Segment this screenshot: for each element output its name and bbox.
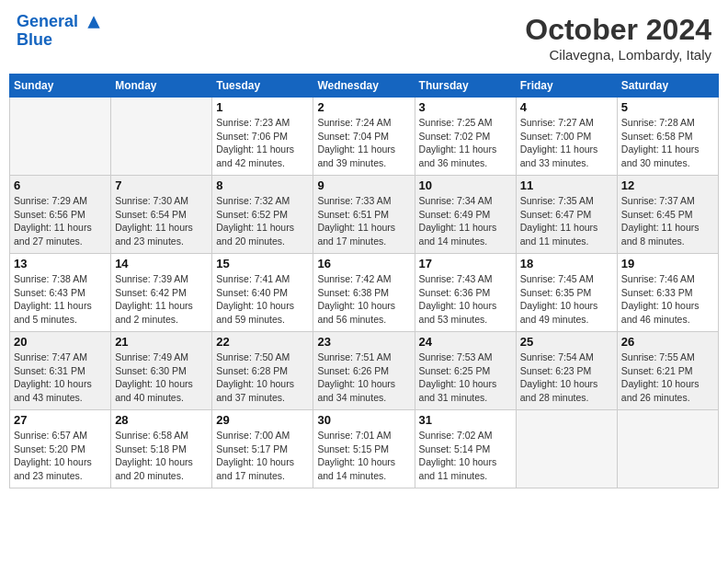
day-number: 22 bbox=[216, 335, 309, 349]
day-info: Sunrise: 7:29 AMSunset: 6:56 PMDaylight:… bbox=[14, 194, 107, 248]
day-number: 5 bbox=[621, 100, 714, 114]
day-info: Sunrise: 7:42 AMSunset: 6:38 PMDaylight:… bbox=[317, 272, 410, 327]
day-info: Sunrise: 7:24 AMSunset: 7:04 PMDaylight:… bbox=[317, 116, 410, 170]
day-number: 10 bbox=[419, 178, 512, 192]
day-number: 9 bbox=[317, 178, 410, 192]
calendar-cell: 20Sunrise: 7:47 AMSunset: 6:31 PMDayligh… bbox=[10, 332, 111, 410]
month-title: October 2024 bbox=[525, 13, 711, 47]
calendar-cell bbox=[617, 410, 718, 488]
day-number: 23 bbox=[317, 335, 410, 349]
svg-marker-0 bbox=[87, 17, 99, 29]
logo: General Blue bbox=[17, 13, 103, 50]
location: Cilavegna, Lombardy, Italy bbox=[525, 47, 711, 63]
calendar-cell: 7Sunrise: 7:30 AMSunset: 6:54 PMDaylight… bbox=[111, 176, 212, 254]
calendar-row: 20Sunrise: 7:47 AMSunset: 6:31 PMDayligh… bbox=[10, 332, 719, 410]
calendar-cell: 12Sunrise: 7:37 AMSunset: 6:45 PMDayligh… bbox=[617, 176, 718, 254]
day-number: 24 bbox=[419, 335, 512, 349]
calendar-cell: 29Sunrise: 7:00 AMSunset: 5:17 PMDayligh… bbox=[212, 410, 313, 488]
logo-text: General Blue bbox=[17, 13, 103, 50]
day-info: Sunrise: 7:35 AMSunset: 6:47 PMDaylight:… bbox=[520, 194, 613, 248]
day-info: Sunrise: 7:23 AMSunset: 7:06 PMDaylight:… bbox=[216, 116, 309, 170]
calendar-row: 6Sunrise: 7:29 AMSunset: 6:56 PMDaylight… bbox=[10, 176, 719, 254]
calendar-row: 27Sunrise: 6:57 AMSunset: 5:20 PMDayligh… bbox=[10, 410, 719, 488]
calendar-cell: 27Sunrise: 6:57 AMSunset: 5:20 PMDayligh… bbox=[10, 410, 111, 488]
day-info: Sunrise: 7:01 AMSunset: 5:15 PMDaylight:… bbox=[317, 429, 410, 483]
calendar-cell: 8Sunrise: 7:32 AMSunset: 6:52 PMDaylight… bbox=[212, 176, 313, 254]
weekday-header: Thursday bbox=[415, 75, 516, 98]
day-number: 4 bbox=[520, 100, 613, 114]
day-number: 7 bbox=[115, 178, 208, 192]
calendar-cell: 15Sunrise: 7:41 AMSunset: 6:40 PMDayligh… bbox=[212, 254, 313, 332]
calendar-cell: 14Sunrise: 7:39 AMSunset: 6:42 PMDayligh… bbox=[111, 254, 212, 332]
calendar-cell: 19Sunrise: 7:46 AMSunset: 6:33 PMDayligh… bbox=[617, 254, 718, 332]
calendar-cell: 18Sunrise: 7:45 AMSunset: 6:35 PMDayligh… bbox=[516, 254, 617, 332]
calendar-header: SundayMondayTuesdayWednesdayThursdayFrid… bbox=[10, 75, 719, 98]
day-number: 11 bbox=[520, 178, 613, 192]
calendar-cell: 1Sunrise: 7:23 AMSunset: 7:06 PMDaylight… bbox=[212, 98, 313, 176]
day-info: Sunrise: 7:54 AMSunset: 6:23 PMDaylight:… bbox=[520, 350, 613, 405]
weekday-header: Tuesday bbox=[212, 75, 313, 98]
title-block: October 2024 Cilavegna, Lombardy, Italy bbox=[525, 13, 711, 63]
day-info: Sunrise: 7:49 AMSunset: 6:30 PMDaylight:… bbox=[115, 350, 208, 405]
day-info: Sunrise: 7:28 AMSunset: 6:58 PMDaylight:… bbox=[621, 116, 714, 170]
day-number: 14 bbox=[115, 257, 208, 270]
day-info: Sunrise: 7:02 AMSunset: 5:14 PMDaylight:… bbox=[419, 429, 512, 483]
weekday-row: SundayMondayTuesdayWednesdayThursdayFrid… bbox=[10, 75, 719, 98]
calendar-cell: 2Sunrise: 7:24 AMSunset: 7:04 PMDaylight… bbox=[313, 98, 415, 176]
calendar-cell: 17Sunrise: 7:43 AMSunset: 6:36 PMDayligh… bbox=[415, 254, 516, 332]
day-info: Sunrise: 7:30 AMSunset: 6:54 PMDaylight:… bbox=[115, 194, 208, 248]
day-info: Sunrise: 7:00 AMSunset: 5:17 PMDaylight:… bbox=[216, 429, 309, 483]
calendar-cell bbox=[10, 98, 111, 176]
day-info: Sunrise: 7:55 AMSunset: 6:21 PMDaylight:… bbox=[621, 350, 714, 405]
calendar-cell: 9Sunrise: 7:33 AMSunset: 6:51 PMDaylight… bbox=[313, 176, 415, 254]
day-info: Sunrise: 7:46 AMSunset: 6:33 PMDaylight:… bbox=[621, 272, 714, 327]
day-number: 21 bbox=[115, 335, 208, 349]
calendar-cell: 10Sunrise: 7:34 AMSunset: 6:49 PMDayligh… bbox=[415, 176, 516, 254]
logo-icon bbox=[85, 13, 103, 31]
day-number: 15 bbox=[216, 257, 309, 270]
day-info: Sunrise: 7:45 AMSunset: 6:35 PMDaylight:… bbox=[520, 272, 613, 327]
day-number: 6 bbox=[14, 178, 107, 192]
calendar-body: 1Sunrise: 7:23 AMSunset: 7:06 PMDaylight… bbox=[10, 98, 719, 488]
calendar-cell: 21Sunrise: 7:49 AMSunset: 6:30 PMDayligh… bbox=[111, 332, 212, 410]
calendar-cell: 22Sunrise: 7:50 AMSunset: 6:28 PMDayligh… bbox=[212, 332, 313, 410]
day-info: Sunrise: 7:51 AMSunset: 6:26 PMDaylight:… bbox=[317, 350, 410, 405]
calendar-cell: 25Sunrise: 7:54 AMSunset: 6:23 PMDayligh… bbox=[516, 332, 617, 410]
day-number: 18 bbox=[520, 257, 613, 270]
day-number: 27 bbox=[14, 413, 107, 427]
day-info: Sunrise: 6:58 AMSunset: 5:18 PMDaylight:… bbox=[115, 429, 208, 483]
calendar-cell: 6Sunrise: 7:29 AMSunset: 6:56 PMDaylight… bbox=[10, 176, 111, 254]
calendar-cell: 3Sunrise: 7:25 AMSunset: 7:02 PMDaylight… bbox=[415, 98, 516, 176]
calendar-row: 13Sunrise: 7:38 AMSunset: 6:43 PMDayligh… bbox=[10, 254, 719, 332]
day-info: Sunrise: 7:38 AMSunset: 6:43 PMDaylight:… bbox=[14, 272, 107, 327]
day-info: Sunrise: 7:43 AMSunset: 6:36 PMDaylight:… bbox=[419, 272, 512, 327]
day-info: Sunrise: 7:50 AMSunset: 6:28 PMDaylight:… bbox=[216, 350, 309, 405]
day-info: Sunrise: 7:41 AMSunset: 6:40 PMDaylight:… bbox=[216, 272, 309, 327]
day-info: Sunrise: 7:39 AMSunset: 6:42 PMDaylight:… bbox=[115, 272, 208, 327]
calendar-cell: 16Sunrise: 7:42 AMSunset: 6:38 PMDayligh… bbox=[313, 254, 415, 332]
day-number: 16 bbox=[317, 257, 410, 270]
day-number: 2 bbox=[317, 100, 410, 114]
day-info: Sunrise: 6:57 AMSunset: 5:20 PMDaylight:… bbox=[14, 429, 107, 483]
day-number: 20 bbox=[14, 335, 107, 349]
day-number: 28 bbox=[115, 413, 208, 427]
day-number: 17 bbox=[419, 257, 512, 270]
calendar-cell: 5Sunrise: 7:28 AMSunset: 6:58 PMDaylight… bbox=[617, 98, 718, 176]
day-info: Sunrise: 7:53 AMSunset: 6:25 PMDaylight:… bbox=[419, 350, 512, 405]
day-number: 12 bbox=[621, 178, 714, 192]
day-info: Sunrise: 7:32 AMSunset: 6:52 PMDaylight:… bbox=[216, 194, 309, 248]
day-number: 31 bbox=[419, 413, 512, 427]
day-number: 1 bbox=[216, 100, 309, 114]
day-info: Sunrise: 7:37 AMSunset: 6:45 PMDaylight:… bbox=[621, 194, 714, 248]
calendar-cell: 24Sunrise: 7:53 AMSunset: 6:25 PMDayligh… bbox=[415, 332, 516, 410]
day-number: 8 bbox=[216, 178, 309, 192]
calendar-cell: 28Sunrise: 6:58 AMSunset: 5:18 PMDayligh… bbox=[111, 410, 212, 488]
day-info: Sunrise: 7:25 AMSunset: 7:02 PMDaylight:… bbox=[419, 116, 512, 170]
day-number: 25 bbox=[520, 335, 613, 349]
calendar-cell: 31Sunrise: 7:02 AMSunset: 5:14 PMDayligh… bbox=[415, 410, 516, 488]
weekday-header: Monday bbox=[111, 75, 212, 98]
calendar-cell bbox=[516, 410, 617, 488]
calendar-table: SundayMondayTuesdayWednesdayThursdayFrid… bbox=[9, 74, 719, 488]
calendar-cell: 26Sunrise: 7:55 AMSunset: 6:21 PMDayligh… bbox=[617, 332, 718, 410]
calendar-cell: 11Sunrise: 7:35 AMSunset: 6:47 PMDayligh… bbox=[516, 176, 617, 254]
